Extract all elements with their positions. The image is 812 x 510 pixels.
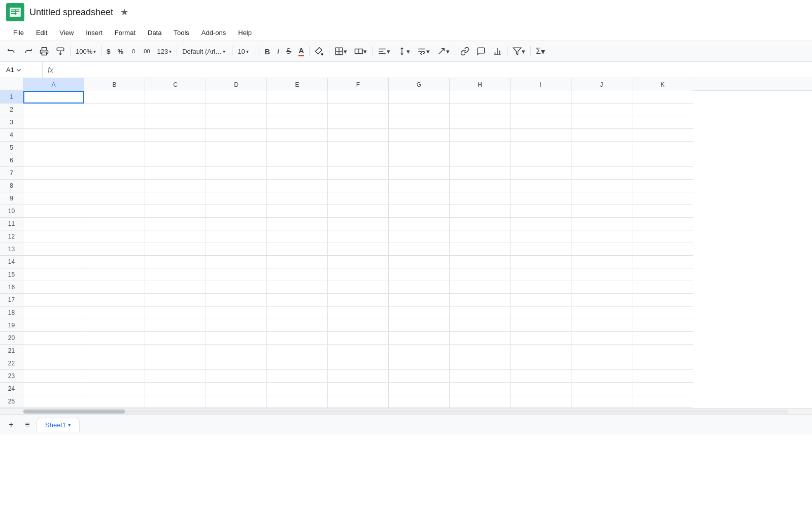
cell-D4[interactable]: [206, 129, 267, 142]
cell-E15[interactable]: [267, 268, 328, 281]
cell-E12[interactable]: [267, 230, 328, 243]
cell-G11[interactable]: [389, 218, 450, 230]
cell-I11[interactable]: [511, 218, 571, 230]
italic-button[interactable]: I: [274, 44, 282, 59]
cell-E4[interactable]: [267, 129, 328, 142]
cell-J23[interactable]: [571, 370, 632, 383]
cell-E3[interactable]: [267, 116, 328, 129]
cell-K13[interactable]: [632, 243, 693, 256]
cell-C5[interactable]: [145, 142, 206, 154]
cell-A25[interactable]: [23, 395, 84, 408]
cell-K5[interactable]: [632, 142, 693, 154]
cell-J3[interactable]: [571, 116, 632, 129]
row-header-7[interactable]: 7: [0, 167, 23, 180]
cell-D6[interactable]: [206, 154, 267, 167]
cell-D23[interactable]: [206, 370, 267, 383]
cell-B11[interactable]: [84, 218, 145, 230]
cell-D11[interactable]: [206, 218, 267, 230]
cell-B15[interactable]: [84, 268, 145, 281]
cell-J21[interactable]: [571, 345, 632, 357]
cell-I21[interactable]: [511, 345, 571, 357]
cell-A11[interactable]: [23, 218, 84, 230]
cell-H18[interactable]: [450, 307, 511, 319]
cell-C19[interactable]: [145, 319, 206, 332]
cell-B7[interactable]: [84, 167, 145, 180]
cell-I3[interactable]: [511, 116, 571, 129]
cell-E14[interactable]: [267, 256, 328, 268]
col-header-A[interactable]: A: [23, 78, 84, 91]
cell-F3[interactable]: [328, 116, 389, 129]
row-header-11[interactable]: 11: [0, 218, 23, 230]
cell-D12[interactable]: [206, 230, 267, 243]
cell-B9[interactable]: [84, 192, 145, 205]
strikethrough-button[interactable]: S̶: [283, 44, 294, 59]
row-header-15[interactable]: 15: [0, 268, 23, 281]
cell-B4[interactable]: [84, 129, 145, 142]
cell-I9[interactable]: [511, 192, 571, 205]
cell-G12[interactable]: [389, 230, 450, 243]
redo-button[interactable]: [20, 44, 36, 59]
cell-G8[interactable]: [389, 180, 450, 192]
cell-F2[interactable]: [328, 104, 389, 116]
halign-button[interactable]: ▾: [375, 44, 393, 59]
cell-B13[interactable]: [84, 243, 145, 256]
row-header-20[interactable]: 20: [0, 332, 23, 345]
cell-D10[interactable]: [206, 205, 267, 218]
cell-H10[interactable]: [450, 205, 511, 218]
zoom-dropdown[interactable]: 100% ▾: [73, 44, 99, 59]
menu-item-insert[interactable]: Insert: [81, 27, 108, 39]
cell-C13[interactable]: [145, 243, 206, 256]
cell-K1[interactable]: [632, 91, 693, 104]
cell-K16[interactable]: [632, 281, 693, 294]
cell-G17[interactable]: [389, 294, 450, 307]
cell-C1[interactable]: [145, 91, 206, 104]
cell-H6[interactable]: [450, 154, 511, 167]
cell-H13[interactable]: [450, 243, 511, 256]
cell-D20[interactable]: [206, 332, 267, 345]
cell-C22[interactable]: [145, 357, 206, 370]
cell-I15[interactable]: [511, 268, 571, 281]
formula-input[interactable]: [58, 66, 810, 74]
cell-H19[interactable]: [450, 319, 511, 332]
cell-E9[interactable]: [267, 192, 328, 205]
undo-button[interactable]: [4, 44, 19, 59]
cell-G20[interactable]: [389, 332, 450, 345]
cell-A4[interactable]: [23, 129, 84, 142]
cell-H22[interactable]: [450, 357, 511, 370]
cell-A17[interactable]: [23, 294, 84, 307]
doc-title[interactable]: Untitled spreadsheet: [29, 7, 113, 18]
cell-A7[interactable]: [23, 167, 84, 180]
row-header-2[interactable]: 2: [0, 104, 23, 116]
cell-G2[interactable]: [389, 104, 450, 116]
row-header-22[interactable]: 22: [0, 357, 23, 370]
cell-B19[interactable]: [84, 319, 145, 332]
col-header-J[interactable]: J: [571, 78, 632, 91]
cell-A15[interactable]: [23, 268, 84, 281]
cell-G3[interactable]: [389, 116, 450, 129]
cell-J10[interactable]: [571, 205, 632, 218]
cell-A16[interactable]: [23, 281, 84, 294]
cell-H21[interactable]: [450, 345, 511, 357]
cell-B5[interactable]: [84, 142, 145, 154]
cell-J22[interactable]: [571, 357, 632, 370]
cell-F5[interactable]: [328, 142, 389, 154]
row-header-3[interactable]: 3: [0, 116, 23, 129]
cell-E7[interactable]: [267, 167, 328, 180]
cell-A18[interactable]: [23, 307, 84, 319]
bold-button[interactable]: B: [261, 44, 273, 59]
cell-J24[interactable]: [571, 383, 632, 395]
cell-K10[interactable]: [632, 205, 693, 218]
cell-J20[interactable]: [571, 332, 632, 345]
add-sheet-button[interactable]: +: [4, 418, 18, 432]
wrap-button[interactable]: ▾: [414, 44, 433, 59]
cell-ref-box[interactable]: A1: [2, 62, 43, 78]
cell-A23[interactable]: [23, 370, 84, 383]
cell-G18[interactable]: [389, 307, 450, 319]
cell-H20[interactable]: [450, 332, 511, 345]
cell-G19[interactable]: [389, 319, 450, 332]
menu-item-view[interactable]: View: [54, 27, 79, 39]
cell-K22[interactable]: [632, 357, 693, 370]
cell-J12[interactable]: [571, 230, 632, 243]
menu-item-data[interactable]: Data: [143, 27, 166, 39]
cell-I18[interactable]: [511, 307, 571, 319]
